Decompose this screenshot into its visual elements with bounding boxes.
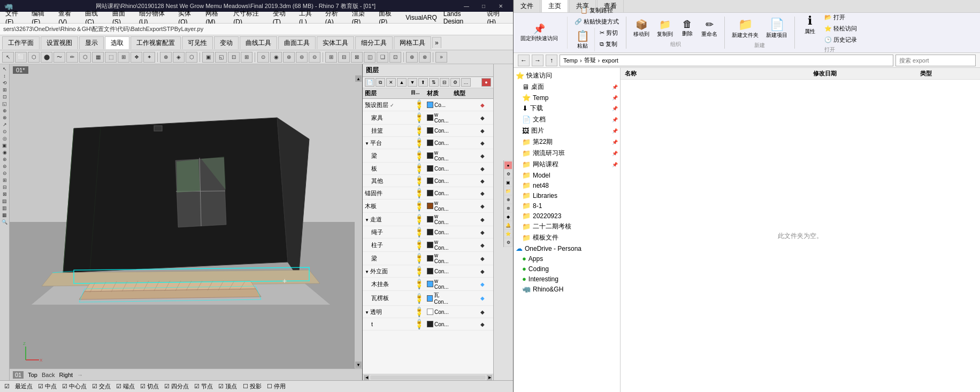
layer-color-btn[interactable]: ● — [481, 78, 491, 87]
sidebar-tool-19[interactable]: ⊠ — [3, 191, 7, 197]
snap-center[interactable]: ☑ 中心点 — [62, 382, 87, 390]
tree-item-temp[interactable]: ⭐ Temp 📌 — [514, 93, 620, 103]
tool-icon-6[interactable]: ✏ — [66, 52, 78, 63]
tab-transform[interactable]: 变动 — [214, 36, 239, 49]
tab-viewport[interactable]: 工作视窗配置 — [131, 36, 181, 49]
ribbon-btn-paste[interactable]: 📋 粘贴 — [573, 28, 592, 51]
tree-item-libraries[interactable]: 📁 Libraries — [514, 190, 620, 201]
tool-icon-8[interactable]: ▦ — [92, 52, 104, 63]
viewport-tab-01[interactable]: 01 — [13, 371, 24, 379]
layer-move-up-btn[interactable]: ⬆ — [418, 78, 428, 87]
tool-icon-22[interactable]: ⊛ — [283, 52, 295, 63]
layer-right-icon-10[interactable]: ⚙ — [504, 239, 512, 246]
layer-right-icon-7[interactable]: ◆ — [504, 213, 512, 220]
layer-row[interactable]: 木挂条 🔒💡 w Con... ◆ — [363, 278, 493, 291]
tool-icon-3[interactable]: ⬡ — [28, 52, 40, 63]
layer-right-icon-4[interactable]: 📁 — [504, 187, 512, 195]
snap-disable[interactable]: ☐ 停用 — [267, 382, 286, 390]
layer-settings-btn[interactable]: ⚙ — [450, 78, 460, 87]
tool-icon-29[interactable]: ❑ — [377, 52, 388, 63]
layer-row[interactable]: 挂篮 🔒💡 Con... ◆ — [363, 125, 493, 137]
layer-row[interactable]: 梁 🔒💡 w Con... ◆ — [363, 149, 493, 163]
layer-row[interactable]: 柱子 🔒💡 w Con... ◆ — [363, 239, 493, 252]
tool-icon-4[interactable]: ⬤ — [41, 52, 52, 63]
sidebar-tool-21[interactable]: ▥ — [2, 205, 7, 211]
toolbar-tabs[interactable]: 工作平面 设置视图 显示 选取 工作视窗配置 可见性 变动 曲线工具 曲面工具 … — [0, 35, 513, 50]
addr-part-temp[interactable]: Temp — [563, 57, 578, 64]
tab-select[interactable]: 选取 — [105, 36, 129, 49]
layer-row[interactable]: 板 🔒💡 Con... ◆ — [363, 163, 493, 175]
layer-right-icon-9[interactable]: ⭐ — [504, 230, 512, 237]
ribbon-btn-newfolder[interactable]: 📁 新建文件夹 — [729, 16, 761, 41]
ribbon-btn-paste-shortcut[interactable]: 🔗 粘贴快捷方式 — [572, 17, 622, 27]
tool-icon-24[interactable]: ⊝ — [309, 52, 320, 63]
tool-icon-28[interactable]: ◫ — [364, 52, 376, 63]
snap-project[interactable]: ☐ 投影 — [243, 382, 262, 390]
nav-back-btn[interactable]: ← — [518, 55, 530, 66]
tool-icon-17[interactable]: ◱ — [215, 52, 227, 63]
tab-visibility[interactable]: 可见性 — [182, 36, 213, 49]
tree-item-pictures[interactable]: 🖼 图片 📌 — [514, 125, 620, 136]
sidebar-tool-10[interactable]: ⊙ — [3, 129, 7, 134]
tool-icon-32[interactable]: ⊗ — [419, 52, 431, 63]
tab-workplane[interactable]: 工作平面 — [2, 36, 40, 49]
tool-icon-21[interactable]: ◉ — [270, 52, 282, 63]
address-path[interactable]: Temp › 答疑 › export — [560, 55, 893, 66]
ribbon-btn-copy-path[interactable]: 📋 复制路径 — [578, 5, 616, 16]
snap-quadrant[interactable]: ☑ 四分点 — [164, 382, 189, 390]
tool-icon-1[interactable]: ↖ — [2, 52, 14, 63]
tree-item-desktop[interactable]: 🖥 桌面 📌 — [514, 81, 620, 93]
tool-icon-14[interactable]: ◈ — [173, 52, 185, 63]
sidebar-tool-9[interactable]: ↗ — [3, 122, 7, 127]
ribbon-btn-delete[interactable]: 🗑 删除 — [678, 17, 696, 40]
sidebar-tool-4[interactable]: ⊞ — [3, 87, 7, 93]
sidebar-tool-6[interactable]: ◱ — [2, 101, 7, 106]
snap-midpoint[interactable]: ☑ 中点 — [38, 382, 57, 390]
ribbon-btn-open[interactable]: 📂 打开 — [822, 12, 860, 22]
tool-icon-20[interactable]: ⊙ — [257, 52, 269, 63]
layer-right-icon-8[interactable]: 🔔 — [504, 221, 512, 229]
tool-icon-9[interactable]: ⬚ — [105, 52, 117, 63]
tree-item-website[interactable]: 📁 网站课程 📌 — [514, 159, 620, 170]
ribbon-btn-easyaccess[interactable]: ⭐ 轻松访问 — [822, 24, 860, 34]
layer-row[interactable]: 预设图层 ✓ 🔒💡 Co... ◆ — [363, 99, 493, 111]
tree-item-downloads[interactable]: ⬇ 下载 📌 — [514, 103, 620, 114]
layer-right-icon-1[interactable]: ● — [504, 162, 512, 169]
tab-display[interactable]: 显示 — [79, 36, 104, 49]
sidebar-tool-20[interactable]: ▤ — [2, 198, 7, 204]
tool-icon-26[interactable]: ⊟ — [338, 52, 350, 63]
menu-visualarq[interactable]: VisualARQ — [402, 13, 440, 22]
sidebar-tool-12[interactable]: ▣ — [2, 143, 7, 148]
sidebar-tool-11[interactable]: ◎ — [3, 136, 7, 141]
tab-surface-tools[interactable]: 曲面工具 — [278, 36, 316, 49]
tree-item-template[interactable]: 📁 模板文件 — [514, 232, 620, 243]
search-input[interactable] — [895, 55, 976, 66]
snap-endpoint[interactable]: ☑ 端点 — [116, 382, 135, 390]
sidebar-tool-16[interactable]: ⊝ — [3, 171, 7, 176]
tree-item-model[interactable]: 📁 Model — [514, 170, 620, 180]
layer-row[interactable]: 木板 🔒💡 w Con... ◆ — [363, 199, 493, 213]
tool-icon-12[interactable]: ✦ — [143, 52, 155, 63]
tree-item-22period[interactable]: 📁 第22期 📌 — [514, 136, 620, 148]
ribbon-btn-copyto[interactable]: 📁 复制到 — [654, 17, 676, 40]
3d-viewport[interactable]: 01* — [10, 64, 363, 380]
snap-knot[interactable]: ☑ 节点 — [194, 382, 213, 390]
viewport-tab-back[interactable]: Back — [42, 372, 55, 378]
layer-copy-btn[interactable]: ⧉ — [376, 78, 385, 87]
tool-icon-10[interactable]: ⊞ — [118, 52, 129, 63]
col-type[interactable]: 类型 — [916, 68, 980, 79]
tool-icon-30[interactable]: ⊡ — [389, 52, 401, 63]
tree-item-documents[interactable]: 📄 文档 📌 — [514, 114, 620, 125]
layer-new-btn[interactable]: 📄 — [365, 78, 374, 87]
ribbon-btn-move[interactable]: 📦 移动到 — [631, 17, 652, 40]
tree-item-rhinogh[interactable]: 🦏 Rhino&GH — [514, 284, 620, 294]
sidebar-tool-7[interactable]: ⊕ — [3, 108, 7, 113]
sidebar-tool-23[interactable]: 🔍 — [2, 219, 7, 225]
tool-icon-2[interactable]: ⬜ — [15, 52, 27, 63]
ribbon-btn-pin[interactable]: 📌 固定到快速访问 — [518, 21, 561, 44]
col-date[interactable]: 修改日期 — [809, 68, 916, 79]
tree-item-net48[interactable]: 📁 net48 — [514, 180, 620, 190]
ribbon-btn-rename[interactable]: ✏ 重命名 — [699, 17, 720, 40]
nav-forward-btn[interactable]: → — [532, 55, 543, 66]
nav-up-btn[interactable]: ↑ — [546, 55, 557, 66]
